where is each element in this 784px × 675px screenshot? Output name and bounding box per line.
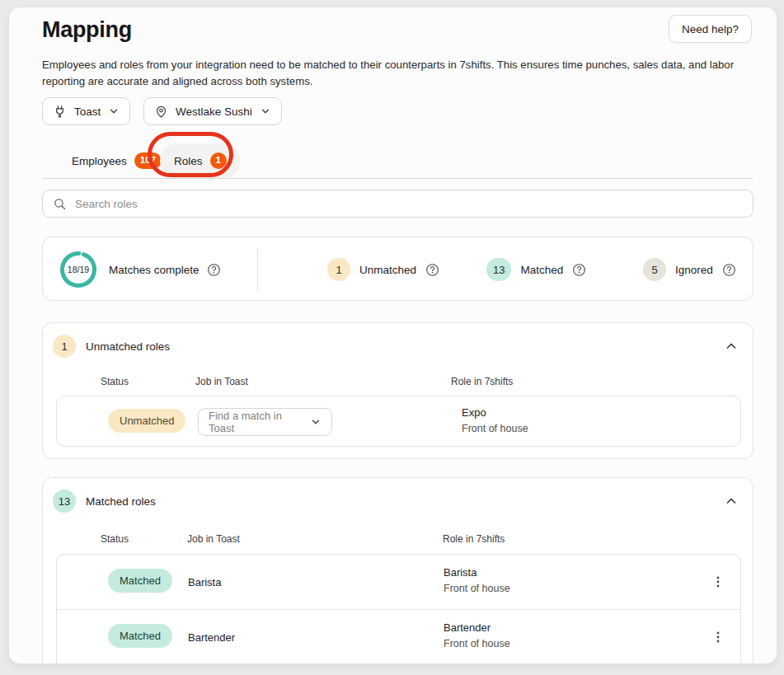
table-row: [57, 663, 740, 664]
matched-roles-table: Matched Barista Barista Front of house M…: [56, 554, 741, 664]
column-header-status: Status: [101, 533, 129, 545]
role-cell: Bartender Front of house: [444, 621, 510, 649]
progress-ring-value: 18/19: [59, 250, 98, 289]
tab-roles[interactable]: Roles 1: [160, 143, 241, 178]
ignored-label: Ignored: [675, 264, 713, 276]
role-group: Front of house: [444, 583, 510, 594]
find-match-select-label: Find a match in Toast: [209, 410, 310, 434]
matched-count-badge: 13: [486, 258, 511, 281]
tab-employees-count-badge: 107: [134, 152, 162, 169]
table-row: Unmatched Find a match in Toast Expo Fro…: [57, 396, 740, 447]
role-cell: Expo Front of house: [462, 406, 528, 434]
column-header-job: Job in Toast: [187, 533, 240, 545]
plug-icon: [53, 105, 67, 119]
search-icon: [53, 197, 67, 211]
search-input[interactable]: [75, 198, 743, 210]
status-badge: Matched: [108, 624, 172, 648]
chevron-down-icon: [108, 105, 120, 117]
role-name: Barista: [444, 566, 510, 579]
matched-label: Matched: [520, 264, 563, 276]
location-dropdown-label: Westlake Sushi: [176, 105, 252, 118]
integration-dropdown[interactable]: Toast: [42, 97, 130, 125]
table-row: Matched Barista Barista Front of house: [57, 555, 740, 609]
unmatched-roles-table: Unmatched Find a match in Toast Expo Fro…: [56, 396, 741, 447]
table-row: Matched Bartender Bartender Front of hou…: [57, 609, 740, 663]
column-header-role: Role in 7shifts: [443, 533, 505, 545]
ignored-count-badge: 5: [643, 258, 666, 281]
location-dropdown[interactable]: Westlake Sushi: [143, 97, 282, 125]
column-header-status: Status: [101, 376, 129, 387]
unmatched-roles-section: 1 Unmatched roles Status Job in Toast Ro…: [42, 322, 753, 459]
kebab-menu-icon[interactable]: [708, 627, 728, 649]
stat-unmatched: 1 Unmatched: [327, 237, 439, 302]
role-name: Bartender: [444, 621, 510, 634]
chevron-down-icon: [260, 105, 271, 117]
job-name: Bartender: [188, 631, 235, 644]
tabs-divider: [42, 178, 753, 179]
help-icon[interactable]: [722, 263, 736, 277]
tab-roles-label: Roles: [174, 155, 203, 167]
integration-dropdown-label: Toast: [74, 105, 101, 118]
role-cell: Barista Front of house: [444, 566, 510, 594]
mapping-panel: Mapping Need help? Employees and roles f…: [8, 7, 777, 664]
collapse-chevron-up-icon[interactable]: [721, 336, 741, 359]
need-help-button[interactable]: Need help?: [669, 15, 752, 43]
status-badge: Matched: [108, 569, 172, 593]
tab-employees-label: Employees: [72, 155, 127, 167]
unmatched-section-count-badge: 1: [53, 335, 76, 358]
help-icon[interactable]: [207, 263, 221, 277]
page-title: Mapping: [42, 17, 132, 43]
match-summary-bar: 18/19 Matches complete 1 Unmatched: [42, 237, 753, 301]
search-box: [42, 190, 753, 218]
page-description: Employees and roles from your integratio…: [42, 57, 753, 91]
summary-divider: [257, 249, 258, 290]
find-match-select[interactable]: Find a match in Toast: [198, 408, 332, 436]
stat-ignored: 5 Ignored: [643, 237, 736, 302]
help-icon[interactable]: [572, 263, 586, 277]
matched-section-count-badge: 13: [53, 490, 76, 513]
status-badge: Unmatched: [108, 409, 185, 433]
column-header-role: Role in 7shifts: [451, 376, 513, 387]
chevron-down-icon: [310, 416, 322, 428]
kebab-menu-icon[interactable]: [708, 572, 728, 594]
unmatched-label: Unmatched: [359, 264, 416, 276]
unmatched-section-title: Unmatched roles: [86, 323, 170, 369]
role-name: Expo: [462, 406, 528, 419]
role-group: Front of house: [462, 423, 528, 434]
progress-ring: 18/19: [59, 250, 98, 289]
tab-roles-count-badge: 1: [210, 152, 227, 169]
collapse-chevron-up-icon[interactable]: [721, 491, 741, 513]
unmatched-count-badge: 1: [327, 258, 350, 281]
tab-employees[interactable]: Employees 107: [72, 143, 162, 178]
location-pin-icon: [154, 105, 168, 119]
job-name: Barista: [188, 576, 221, 588]
matched-section-title: Matched roles: [86, 478, 156, 524]
matched-roles-section: 13 Matched roles Status Job in Toast Rol…: [42, 477, 753, 664]
column-header-job: Job in Toast: [195, 376, 248, 387]
matches-complete-label: Matches complete: [109, 264, 200, 276]
stat-matched: 13 Matched: [486, 237, 586, 302]
help-icon[interactable]: [425, 263, 439, 277]
role-group: Front of house: [444, 638, 510, 649]
